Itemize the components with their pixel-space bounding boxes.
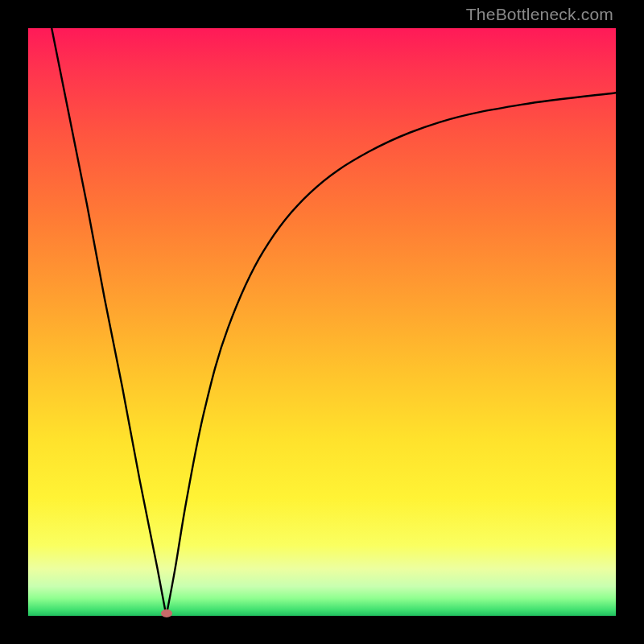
chart-frame: TheBottleneck.com bbox=[0, 0, 644, 644]
curve-path bbox=[52, 28, 616, 616]
plot-area bbox=[28, 28, 616, 616]
bottleneck-curve bbox=[28, 28, 616, 616]
minimum-marker bbox=[161, 609, 172, 617]
watermark-text: TheBottleneck.com bbox=[466, 5, 613, 24]
